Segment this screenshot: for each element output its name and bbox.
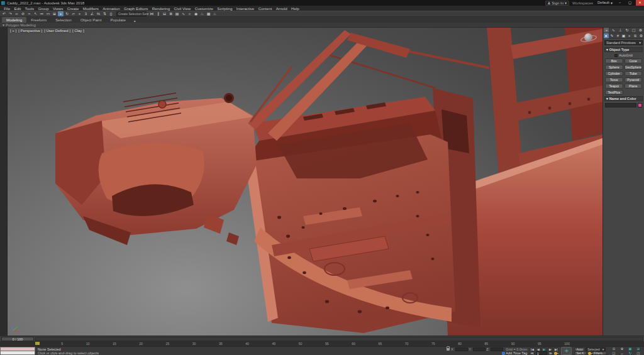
minimize-button[interactable]: –	[616, 0, 624, 6]
maximize-button[interactable]: ▢	[626, 0, 634, 6]
menu-civil-view[interactable]: Civil View	[172, 6, 192, 11]
menu-edit[interactable]: Edit	[12, 6, 23, 11]
autogrid-checkbox[interactable]	[614, 54, 618, 57]
mirror-icon[interactable]: ⋈	[149, 11, 155, 16]
named-selection-sets-dropdown[interactable]: Create Selection Set ▾	[116, 11, 147, 16]
menu-create[interactable]: Create	[65, 6, 81, 11]
primitive-button-pyramid[interactable]: Pyramid	[625, 77, 643, 82]
menu-animation[interactable]: Animation	[101, 6, 122, 11]
zoom-extents-icon[interactable]: ▣	[626, 347, 634, 351]
hierarchy-tab[interactable]: ⊥	[618, 28, 623, 33]
close-button[interactable]: ✕	[636, 0, 644, 6]
menu-views[interactable]: Views	[51, 6, 65, 11]
undo-icon[interactable]: ↶	[1, 11, 7, 16]
zoom-all-icon[interactable]: ⊕	[618, 347, 626, 351]
redo-icon[interactable]: ↷	[8, 11, 13, 16]
ribbon-tab-populate[interactable]: Populate	[106, 17, 130, 23]
time-slider-handle[interactable]: 0 / 100	[1, 337, 34, 341]
select-and-link-icon[interactable]: ∞	[14, 11, 19, 16]
snaps-toggle-icon[interactable]: 3	[83, 11, 89, 16]
toggle-layer-explorer-icon[interactable]: ≣	[168, 11, 174, 16]
shapes-category-icon[interactable]: ✎	[609, 33, 614, 38]
primitive-button-cylinder[interactable]: Cylinder	[605, 71, 623, 76]
key-step-back-button[interactable]: ≪	[530, 351, 535, 355]
key-filters-button[interactable]: Filters...	[592, 351, 607, 355]
subcategory-dropdown[interactable]: Standard Primitives ▾	[604, 40, 643, 45]
select-object-icon[interactable]: ↖	[33, 11, 38, 16]
utilities-tab[interactable]: ⚙	[638, 28, 643, 33]
track-bar[interactable]: 0510152025303540455055606570758085909510…	[0, 341, 644, 346]
zoom-region-icon[interactable]: ◲	[610, 351, 618, 355]
ribbon-tab-object-paint[interactable]: Object Paint	[76, 17, 106, 23]
align-icon[interactable]: ∥	[155, 11, 161, 16]
set-key-button[interactable]: Set K.	[574, 351, 587, 355]
primitive-button-box[interactable]: Box	[605, 58, 623, 63]
bind-to-space-warp-icon[interactable]: ≈	[26, 11, 32, 16]
current-frame-field[interactable]: 0	[536, 351, 547, 355]
menu-tools[interactable]: Tools	[23, 6, 36, 11]
sign-in-button[interactable]: Sign In ▾	[545, 1, 569, 6]
unlink-selection-icon[interactable]: ⊘	[20, 11, 26, 16]
menu-customize[interactable]: Customize	[193, 6, 216, 11]
primitive-button-tube[interactable]: Tube	[625, 71, 643, 76]
motion-tab[interactable]: ↻	[625, 28, 630, 33]
selection-region-icon[interactable]: ▭	[45, 11, 51, 16]
helpers-category-icon[interactable]: ⌖	[627, 33, 632, 38]
ribbon-tab-modeling[interactable]: Modeling	[2, 17, 26, 23]
primitive-button-teapot[interactable]: Teapot	[605, 84, 623, 89]
percent-snap-icon[interactable]: %	[96, 11, 101, 16]
orbit-icon[interactable]: ↻	[626, 351, 634, 355]
angle-snap-icon[interactable]: ∠	[89, 11, 95, 16]
viewport-label-[interactable]: [ + ]	[10, 29, 16, 33]
object-color-swatch[interactable]	[638, 103, 642, 107]
current-frame-marker[interactable]	[35, 342, 40, 345]
menu-interactive[interactable]: Interactive	[235, 6, 257, 11]
select-and-place-icon[interactable]: ⌖	[77, 11, 82, 16]
name-and-color-rollout-header[interactable]: ▾ Name and Color	[604, 96, 643, 101]
viewport-label-clay[interactable]: [ Clay ]	[72, 29, 84, 33]
viewport-3d-canvas[interactable]	[8, 28, 602, 336]
menu-scripting[interactable]: Scripting	[215, 6, 234, 11]
menu-graph-editors[interactable]: Graph Editors	[122, 6, 150, 11]
toggle-ribbon-icon[interactable]: ▤	[174, 11, 180, 16]
geometry-category-icon[interactable]: ●	[604, 33, 609, 38]
primitive-button-torus[interactable]: Torus	[605, 77, 623, 82]
window-crossing-icon[interactable]: ⊞	[52, 11, 57, 16]
add-time-tag[interactable]: Add Time Tag	[506, 351, 527, 355]
ribbon-tab-freeform[interactable]: Freeform	[26, 17, 51, 23]
menu-help[interactable]: Help	[289, 6, 301, 11]
selection-lock-icon[interactable]	[447, 348, 450, 351]
listener-script-line[interactable]	[0, 351, 35, 355]
polygon-modeling-panel-label[interactable]: Polygon Modeling	[6, 23, 36, 27]
modify-tab[interactable]: ∿	[611, 28, 616, 33]
viewport-label-user-defined[interactable]: [ User Defined ]	[44, 29, 70, 33]
key-mode-icon[interactable]	[554, 352, 557, 355]
create-tab[interactable]: +	[604, 28, 609, 33]
select-by-name-icon[interactable]: ≔	[39, 11, 45, 16]
render-production-icon[interactable]: ♨	[212, 11, 218, 16]
pan-icon[interactable]: ↔	[618, 351, 626, 355]
time-slider-track[interactable]	[35, 337, 643, 341]
workspace-dropdown[interactable]: Default ▾	[596, 1, 614, 5]
primitive-button-textplus[interactable]: TextPlus	[605, 90, 623, 95]
viewport-label-perspective[interactable]: [ Perspective ]	[18, 29, 42, 33]
object-type-rollout-header[interactable]: ▾ Object Type	[604, 47, 643, 52]
toggle-scene-explorer-icon[interactable]: ⊟	[162, 11, 167, 16]
listener-macro-line[interactable]	[0, 347, 35, 351]
render-setup-icon[interactable]: ♨	[199, 11, 205, 16]
spinner-snap-icon[interactable]: ⇅	[102, 11, 108, 16]
edit-named-selection-sets-icon[interactable]: {}	[108, 11, 114, 16]
set-keys-button[interactable]: +	[561, 347, 572, 355]
maximize-viewport-icon[interactable]: ◳	[635, 351, 642, 355]
select-and-rotate-icon[interactable]: ↻	[64, 11, 70, 16]
viewcube[interactable]	[582, 31, 595, 44]
material-editor-icon[interactable]: ◉	[193, 11, 199, 16]
schematic-view-icon[interactable]: ⌗	[187, 11, 192, 16]
primitive-button-cone[interactable]: Cone	[625, 58, 643, 63]
perspective-viewport[interactable]: [ + ][ Perspective ][ User Defined ][ Cl…	[8, 28, 602, 336]
ribbon-tab-selection[interactable]: Selection	[51, 17, 75, 23]
zoom-extents-all-icon[interactable]: ⊞	[635, 347, 642, 351]
object-name-field[interactable]	[605, 103, 636, 107]
menu-modifiers[interactable]: Modifiers	[81, 6, 101, 11]
systems-category-icon[interactable]: ⚙	[638, 33, 643, 38]
